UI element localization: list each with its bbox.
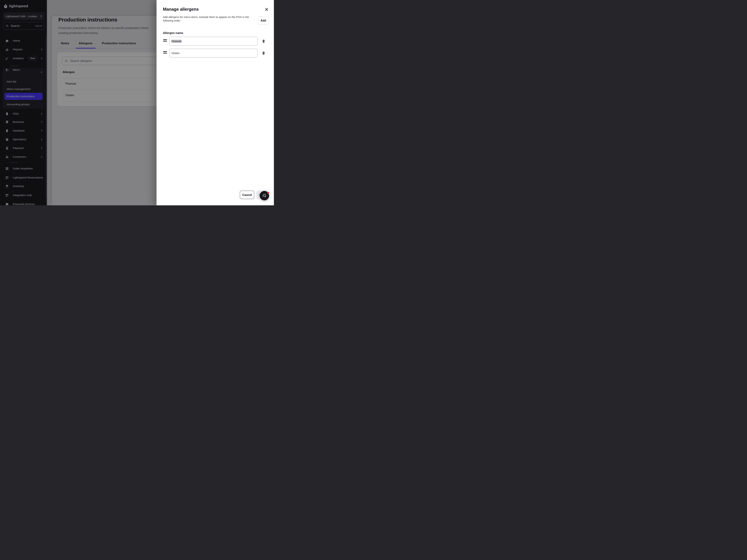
chat-bubble-icon — [262, 194, 266, 198]
allergen-name-input-1[interactable]: Gluten — [169, 49, 258, 57]
drag-handle-icon[interactable] — [163, 51, 167, 54]
allergen-row-1: Gluten — [156, 49, 274, 57]
notification-dot — [267, 192, 269, 194]
close-icon[interactable] — [264, 7, 269, 12]
allergen-row-0: Peanuts — [156, 37, 274, 46]
cancel-button[interactable]: Cancel — [240, 191, 254, 199]
allergen-name-label: Allergen name — [163, 31, 183, 35]
trash-icon[interactable] — [262, 39, 265, 44]
modal-description: Add allergens for menu items. Activate t… — [163, 15, 255, 22]
chat-fab[interactable] — [260, 191, 269, 201]
manage-allergens-modal: Manage allergens Add allergens for menu … — [156, 0, 274, 205]
allergen-name-input-0[interactable]: Peanuts — [169, 37, 258, 46]
drag-handle-icon[interactable] — [163, 39, 167, 43]
modal-title: Manage allergens — [163, 7, 199, 12]
input-selected-text: Peanuts — [172, 39, 182, 43]
input-text: Gluten — [172, 52, 180, 55]
app-window: lightspeed Lightspeed Café - London Sear… — [0, 0, 274, 205]
trash-icon[interactable] — [262, 51, 265, 55]
add-button[interactable]: Add — [258, 17, 269, 25]
